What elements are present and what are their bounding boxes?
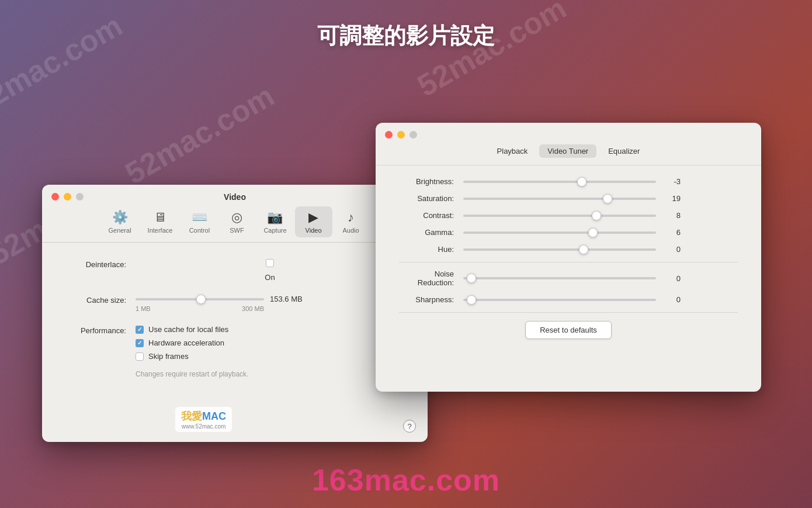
tuner-close-button[interactable]: [385, 131, 393, 139]
contrast-slider-wrap: 8: [463, 211, 738, 220]
deinterlace-control: On: [136, 259, 404, 282]
noise-reduction-label: Noise Reduction:: [399, 269, 463, 287]
minimize-button[interactable]: [64, 193, 71, 201]
skip-frames-label: Skip frames: [148, 352, 189, 361]
brightness-slider-wrap: -3: [463, 177, 738, 186]
tuner-maximize-button[interactable]: [410, 131, 417, 139]
performance-control: Use cache for local files Hardware accel…: [136, 325, 404, 378]
cache-size-value: 153.6 MB: [270, 295, 305, 303]
tuner-traffic-lights: [385, 131, 417, 139]
brightness-row: Brightness: -3: [399, 177, 738, 186]
tab-video-tuner[interactable]: Video Tuner: [539, 144, 596, 158]
saturation-slider-wrap: 19: [463, 194, 738, 203]
hue-row: Hue: 0: [399, 245, 738, 254]
toolbar-video[interactable]: ▶ Video: [295, 206, 332, 237]
cache-size-slider[interactable]: [136, 298, 264, 300]
toolbar-general[interactable]: ⚙️ General: [100, 206, 139, 237]
saturation-label: Saturation:: [399, 194, 463, 203]
sharpness-row: Sharpness: 0: [399, 295, 738, 304]
traffic-lights: [51, 193, 84, 201]
contrast-value: 8: [663, 211, 681, 220]
sharpness-slider-wrap: 0: [463, 295, 738, 304]
hue-slider-wrap: 0: [463, 245, 738, 254]
contrast-slider[interactable]: [463, 215, 656, 217]
mac52-logo-text: 我愛MAC: [181, 409, 226, 423]
noise-reduction-row: Noise Reduction: 0: [399, 269, 738, 287]
cache-size-row: Cache size: 153.6 MB 1 MB 300 MB: [65, 295, 404, 312]
tuner-minimize-button[interactable]: [397, 131, 405, 139]
brand-watermark: 163mac.com: [0, 462, 812, 497]
tab-equalizer[interactable]: Equalizer: [600, 144, 648, 158]
tuner-divider-2: [399, 312, 738, 313]
brightness-value: -3: [663, 177, 681, 186]
video-window-titlebar: Video: [42, 185, 428, 206]
saturation-value: 19: [663, 194, 681, 203]
gamma-slider-wrap: 6: [463, 228, 738, 237]
skip-frames-checkbox[interactable]: [136, 353, 144, 361]
toolbar-capture[interactable]: 📷 Capture: [255, 206, 294, 237]
general-label: General: [108, 227, 131, 234]
gamma-value: 6: [663, 228, 681, 237]
swf-label: SWF: [230, 227, 244, 234]
capture-icon: 📷: [267, 210, 283, 225]
noise-reduction-slider-wrap: 0: [463, 274, 738, 283]
brightness-label: Brightness:: [399, 177, 463, 186]
watermark-5: 52mac.com: [411, 0, 572, 103]
performance-label: Performance:: [65, 325, 136, 335]
page-title: 可調整的影片設定: [0, 21, 812, 51]
video-icon: ▶: [308, 210, 318, 225]
close-button[interactable]: [51, 193, 59, 201]
sharpness-label: Sharpness:: [399, 295, 463, 304]
interface-icon: 🖥: [154, 210, 166, 225]
cache-min-label: 1 MB: [136, 305, 151, 312]
toolbar-audio[interactable]: ♪ Audio: [332, 206, 370, 237]
sharpness-value: 0: [663, 295, 681, 304]
deinterlace-checkbox[interactable]: [266, 259, 274, 267]
tuner-window: Playback Video Tuner Equalizer Brightnes…: [376, 123, 761, 392]
video-settings-window: Video ⚙️ General 🖥 Interface ⌨️ Control …: [42, 185, 428, 442]
tuner-tabs: Playback Video Tuner Equalizer: [376, 144, 761, 165]
changes-note: Changes require restart of playback.: [136, 370, 404, 378]
brightness-slider[interactable]: [463, 181, 656, 183]
perf-hw-accel: Hardware acceleration: [136, 338, 404, 347]
noise-reduction-value: 0: [663, 274, 681, 283]
interface-label: Interface: [148, 227, 173, 234]
noise-reduction-slider[interactable]: [463, 277, 656, 279]
tuner-divider: [399, 262, 738, 262]
gamma-slider[interactable]: [463, 231, 656, 234]
contrast-label: Contrast:: [399, 211, 463, 220]
hue-value: 0: [663, 245, 681, 254]
toolbar-interface[interactable]: 🖥 Interface: [140, 206, 181, 237]
tuner-content: Brightness: -3 Saturation: 19 Contrast: …: [376, 165, 761, 351]
toolbar-swf[interactable]: ◎ SWF: [218, 206, 255, 237]
help-button[interactable]: ?: [403, 420, 416, 433]
hw-accel-label: Hardware acceleration: [148, 338, 224, 347]
toolbar-control[interactable]: ⌨️ Control: [181, 206, 218, 237]
gamma-row: Gamma: 6: [399, 228, 738, 237]
video-toolbar: ⚙️ General 🖥 Interface ⌨️ Control ◎ SWF …: [42, 206, 428, 243]
saturation-slider[interactable]: [463, 198, 656, 200]
video-content: Deinterlace: On Cache size: 153.6 MB 1 M…: [42, 243, 428, 407]
swf-icon: ◎: [231, 210, 242, 225]
deinterlace-label: Deinterlace:: [65, 259, 136, 269]
gamma-label: Gamma:: [399, 228, 463, 237]
cache-size-label: Cache size:: [65, 295, 136, 305]
watermark-2: 52mac.com: [119, 78, 280, 191]
cache-local-checkbox[interactable]: [136, 326, 144, 334]
mac52-logo-url: www.52mac.com: [182, 423, 226, 430]
performance-row: Performance: Use cache for local files H…: [65, 325, 404, 378]
cache-local-label: Use cache for local files: [148, 325, 228, 334]
cache-max-label: 300 MB: [242, 305, 264, 312]
perf-skip-frames: Skip frames: [136, 352, 404, 361]
reset-to-defaults-button[interactable]: Reset to defaults: [525, 321, 612, 339]
audio-label: Audio: [342, 227, 359, 234]
control-icon: ⌨️: [192, 210, 207, 225]
sharpness-slider[interactable]: [463, 299, 656, 301]
tab-playback[interactable]: Playback: [489, 144, 536, 158]
deinterlace-value: On: [265, 273, 275, 282]
hue-slider[interactable]: [463, 248, 656, 251]
cache-slider-row: 153.6 MB: [136, 295, 404, 303]
maximize-button[interactable]: [76, 193, 84, 201]
hw-accel-checkbox[interactable]: [136, 339, 144, 347]
cache-size-control: 153.6 MB 1 MB 300 MB: [136, 295, 404, 312]
